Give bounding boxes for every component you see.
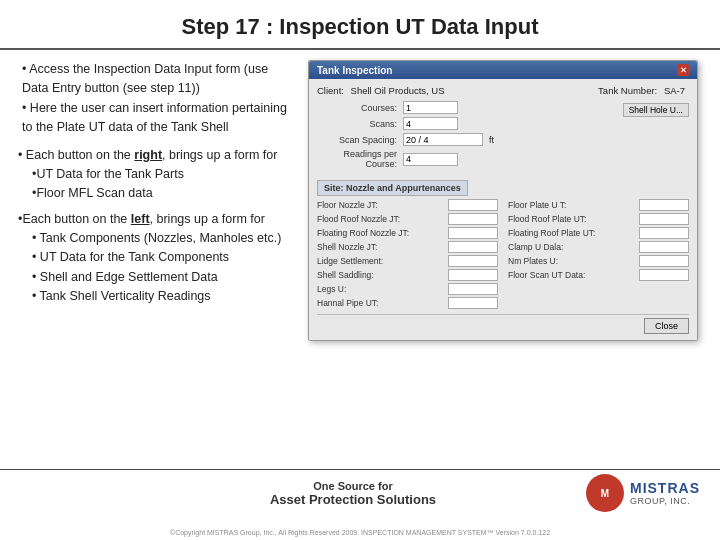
- grid-item-0: Floor Nozzle JT:: [317, 199, 498, 211]
- scan-spacing-row: Scan Spacing: ft: [317, 133, 615, 146]
- window-bottom-bar: Close: [317, 314, 689, 334]
- grid-input-8[interactable]: [448, 255, 498, 267]
- client-info: Client: Shell Oil Products, US: [317, 85, 449, 96]
- readings-row: Readings per Course:: [317, 149, 615, 169]
- logo-subtext: GROUP, INC.: [630, 496, 700, 506]
- left-item-1: • Tank Components (Nozzles, Manholes etc…: [32, 229, 288, 248]
- grid-label-8: Lidge Settlement:: [317, 256, 445, 266]
- grid-item-4: Floating Roof Nozzle JT:: [317, 227, 498, 239]
- grid-item-3: Flood Roof Plate UT:: [508, 213, 689, 225]
- site-tab[interactable]: Site: Nozzle and Appurtenances: [317, 180, 468, 196]
- shell-hole-btn-container: Shell Hole U...: [623, 101, 689, 117]
- intro-bullet2: • Here the user can insert information p…: [22, 99, 288, 138]
- grid-item-11: Floor Scan UT Data:: [508, 269, 689, 281]
- scans-label: Scans:: [317, 119, 397, 129]
- tank-label: Tank Number:: [598, 85, 657, 96]
- mistras-logo-icon: M: [586, 474, 624, 512]
- grid-label-3: Flood Roof Plate UT:: [508, 214, 636, 224]
- page-title: Step 17 : Inspection UT Data Input: [0, 0, 720, 50]
- window-titlebar: Tank Inspection ✕: [309, 61, 697, 79]
- right-column: Tank Inspection ✕ Client: Shell Oil Prod…: [304, 60, 702, 341]
- intro-bullets: • Access the Inspection Data Input form …: [18, 60, 288, 138]
- grid-item-10: Shell Saddling:: [317, 269, 498, 281]
- grid-input-14[interactable]: [448, 297, 498, 309]
- grid-item-5: Floating Roof Plate UT:: [508, 227, 689, 239]
- grid-input-9[interactable]: [639, 255, 689, 267]
- window-close-bottom-button[interactable]: Close: [644, 318, 689, 334]
- left-item-4: • Tank Shell Verticality Readings: [32, 287, 288, 306]
- footer-center: One Source for Asset Protection Solution…: [270, 480, 436, 507]
- shell-hole-button[interactable]: Shell Hole U...: [623, 103, 689, 117]
- right-section: • Each button on the right, brings up a …: [18, 146, 288, 204]
- courses-input[interactable]: [403, 101, 458, 114]
- grid-label-6: Shell Nozzle JT:: [317, 242, 445, 252]
- intro-bullet1: • Access the Inspection Data Input form …: [22, 60, 288, 99]
- grid-label-9: Nm Plates U:: [508, 256, 636, 266]
- courses-label: Courses:: [317, 103, 397, 113]
- window-body: Client: Shell Oil Products, US Tank Numb…: [309, 79, 697, 340]
- grid-item-6: Shell Nozzle JT:: [317, 241, 498, 253]
- logo-brand: MISTRAS: [630, 480, 700, 496]
- grid-label-10: Shell Saddling:: [317, 270, 445, 280]
- courses-row: Courses:: [317, 101, 615, 114]
- logo-text-group: MISTRAS GROUP, INC.: [630, 480, 700, 506]
- mock-application-window: Tank Inspection ✕ Client: Shell Oil Prod…: [308, 60, 698, 341]
- grid-label-5: Floating Roof Plate UT:: [508, 228, 636, 238]
- grid-input-3[interactable]: [639, 213, 689, 225]
- left-item-2: • UT Data for the Tank Components: [32, 248, 288, 267]
- fields-left: Courses: Scans: Scan Spacing: ft: [317, 101, 615, 172]
- footer-logo: M MISTRAS GROUP, INC.: [586, 474, 700, 512]
- grid-input-4[interactable]: [448, 227, 498, 239]
- left-section-header: •Each button on the left, brings up a fo…: [18, 210, 288, 229]
- readings-input[interactable]: [403, 153, 458, 166]
- grid-input-6[interactable]: [448, 241, 498, 253]
- grid-input-1[interactable]: [639, 199, 689, 211]
- scan-spacing-input[interactable]: [403, 133, 483, 146]
- window-close-button[interactable]: ✕: [677, 64, 689, 76]
- left-column: • Access the Inspection Data Input form …: [18, 60, 288, 341]
- readings-label: Readings per Course:: [317, 149, 397, 169]
- client-label: Client:: [317, 85, 344, 96]
- window-title: Tank Inspection: [317, 65, 392, 76]
- right-section-header: • Each button on the right, brings up a …: [18, 146, 288, 165]
- main-content: • Access the Inspection Data Input form …: [0, 60, 720, 341]
- scan-spacing-label: Scan Spacing:: [317, 135, 397, 145]
- right-item-1: •UT Data for the Tank Parts: [32, 165, 288, 184]
- grid-label-14: Hannal Pipe UT:: [317, 298, 445, 308]
- grid-input-12[interactable]: [448, 283, 498, 295]
- grid-label-12: Legs U:: [317, 284, 445, 294]
- grid-item-1: Floor Plate U T:: [508, 199, 689, 211]
- grid-item-13: [508, 283, 689, 295]
- tank-value: SA-7: [664, 85, 685, 96]
- grid-item-2: Flood Roof Nozzle JT:: [317, 213, 498, 225]
- footer-line1: One Source for: [270, 480, 436, 492]
- grid-label-1: Floor Plate U T:: [508, 200, 636, 210]
- grid-label-7: Clamp U Dala:: [508, 242, 636, 252]
- grid-item-12: Legs U:: [317, 283, 498, 295]
- grid-item-8: Lidge Settlement:: [317, 255, 498, 267]
- grid-input-0[interactable]: [448, 199, 498, 211]
- left-item-3: • Shell and Edge Settlement Data: [32, 268, 288, 287]
- nozzle-fields-grid: Floor Nozzle JT: Floor Plate U T: Flood …: [317, 199, 689, 309]
- grid-label-11: Floor Scan UT Data:: [508, 270, 636, 280]
- scans-row: Scans:: [317, 117, 615, 130]
- grid-label-0: Floor Nozzle JT:: [317, 200, 445, 210]
- svg-text:M: M: [601, 488, 609, 499]
- grid-item-7: Clamp U Dala:: [508, 241, 689, 253]
- right-item-2: •Floor MFL Scan data: [32, 184, 288, 203]
- grid-input-7[interactable]: [639, 241, 689, 253]
- client-value: Shell Oil Products, US: [351, 85, 445, 96]
- tank-info: Tank Number: SA-7: [598, 85, 689, 96]
- grid-input-5[interactable]: [639, 227, 689, 239]
- grid-item-9: Nm Plates U:: [508, 255, 689, 267]
- scans-input[interactable]: [403, 117, 458, 130]
- footer-line2: Asset Protection Solutions: [270, 492, 436, 507]
- grid-input-11[interactable]: [639, 269, 689, 281]
- footer: One Source for Asset Protection Solution…: [0, 469, 720, 512]
- grid-input-10[interactable]: [448, 269, 498, 281]
- footer-fine-print: ©Copyright MISTRAS Group, Inc., All Righ…: [0, 529, 720, 536]
- window-top-bar: Client: Shell Oil Products, US Tank Numb…: [317, 85, 689, 96]
- scan-spacing-unit: ft: [489, 135, 494, 145]
- grid-input-2[interactable]: [448, 213, 498, 225]
- left-section: •Each button on the left, brings up a fo…: [18, 210, 288, 307]
